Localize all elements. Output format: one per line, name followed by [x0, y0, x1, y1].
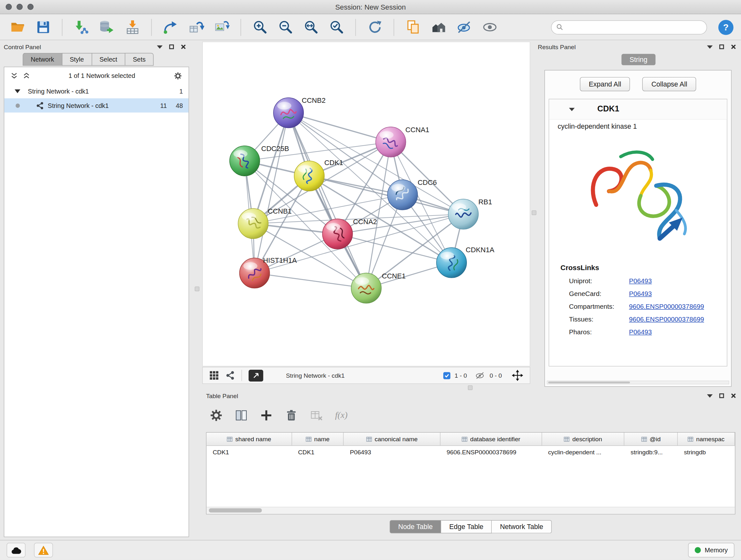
zoom-selected-button[interactable] [327, 17, 346, 37]
tree-expander-icon[interactable] [15, 89, 20, 93]
column-header-name[interactable]: name [292, 433, 344, 445]
network-collection-row[interactable]: String Network - cdk1 1 [4, 84, 189, 98]
panel-close-icon[interactable] [181, 44, 186, 50]
selection-checkbox[interactable] [443, 372, 450, 379]
crosslink-link[interactable]: P06493 [629, 277, 652, 285]
results-horizontal-scrollbar[interactable] [547, 381, 729, 384]
network-edge[interactable] [253, 113, 288, 224]
warnings-button[interactable] [34, 543, 53, 557]
network-row[interactable]: String Network - cdk1 11 48 [4, 98, 189, 112]
collapse-all-icon[interactable] [11, 72, 17, 79]
zoom-out-icon [278, 19, 293, 35]
tab-string[interactable]: String [621, 54, 655, 65]
pan-crosshair-icon[interactable] [512, 370, 523, 381]
show-graphics-details-button[interactable] [480, 17, 499, 37]
scrollbar-thumb[interactable] [209, 508, 262, 512]
export-network-button[interactable] [186, 17, 206, 37]
window-close-button[interactable] [6, 4, 12, 10]
table-options-button[interactable] [210, 409, 223, 422]
tab-edge-table[interactable]: Edge Table [441, 520, 492, 533]
network-edge[interactable] [255, 113, 288, 273]
import-table-from-file-button[interactable] [123, 17, 142, 37]
network-node-ccnb2[interactable]: CCNB2 [273, 97, 326, 128]
tab-style[interactable]: Style [62, 53, 91, 66]
panel-close-icon[interactable] [731, 393, 736, 399]
splitter-handle[interactable] [532, 210, 536, 215]
import-network-from-file-button[interactable] [71, 17, 91, 37]
export-image-button[interactable] [212, 17, 231, 37]
open-session-button[interactable] [8, 17, 27, 37]
memory-button[interactable]: Memory [688, 543, 735, 557]
function-builder-button[interactable]: f(x) [335, 410, 347, 421]
window-minimize-button[interactable] [17, 4, 23, 10]
window-zoom-button[interactable] [27, 4, 33, 10]
network-node-cdkn1a[interactable]: CDKN1A [436, 246, 495, 278]
column-header-database-identifier[interactable]: database identifier [441, 433, 542, 445]
panel-menu-icon[interactable] [707, 394, 713, 397]
expand-all-button[interactable]: Expand All [580, 77, 630, 91]
gear-icon[interactable] [174, 71, 182, 79]
column-header-canonical-name[interactable]: canonical name [344, 433, 441, 445]
gene-card-header[interactable]: CDK1 [549, 99, 727, 120]
search-field[interactable] [551, 20, 707, 34]
delete-column-button[interactable] [285, 409, 298, 422]
panel-float-icon[interactable] [719, 44, 724, 49]
tab-node-table[interactable]: Node Table [390, 520, 441, 533]
network-node-ccnb1[interactable]: CCNB1 [238, 207, 292, 239]
collapse-section-icon[interactable] [569, 108, 575, 111]
tab-select[interactable]: Select [91, 53, 125, 66]
network-node-ccne1[interactable]: CCNE1 [351, 272, 406, 303]
grid-view-icon[interactable] [209, 371, 219, 380]
show-columns-button[interactable] [235, 409, 248, 422]
delete-table-button[interactable] [310, 409, 323, 422]
tab-sets[interactable]: Sets [125, 53, 153, 66]
panel-menu-icon[interactable] [707, 45, 713, 48]
network-edge[interactable] [288, 113, 366, 288]
column-header-namespace[interactable]: namespac [678, 433, 735, 445]
home-button[interactable] [428, 17, 448, 37]
crosslink-link[interactable]: 9606.ENSP00000378699 [629, 302, 704, 310]
network-edge[interactable] [255, 273, 366, 288]
network-node-hist1h1a[interactable]: HIST1H1A [239, 256, 297, 288]
apply-layout-button[interactable] [365, 17, 385, 37]
panel-menu-icon[interactable] [157, 45, 163, 48]
table-horizontal-scrollbar[interactable] [206, 507, 735, 514]
crosslink-link[interactable]: P06493 [629, 328, 652, 335]
merge-networks-button[interactable] [161, 17, 181, 37]
create-column-button[interactable] [260, 409, 273, 422]
import-network-from-database-button[interactable] [97, 17, 117, 37]
panel-float-icon[interactable] [719, 393, 724, 398]
save-session-button[interactable] [33, 17, 53, 37]
column-header-shared-name[interactable]: shared name [206, 433, 292, 445]
zoom-out-button[interactable] [275, 17, 295, 37]
help-button[interactable]: ? [718, 19, 733, 35]
collapse-all-button[interactable]: Collapse All [643, 77, 696, 91]
birds-eye-view-button[interactable] [249, 369, 263, 381]
hide-graphics-details-button[interactable] [454, 17, 474, 37]
tab-network[interactable]: Network [23, 53, 62, 66]
panel-float-icon[interactable] [169, 44, 174, 49]
column-header-id[interactable]: @id [624, 433, 678, 445]
column-header-description[interactable]: description [542, 433, 624, 445]
duplicate-page-button[interactable] [403, 17, 423, 37]
crosslink-link[interactable]: 9606.ENSP00000378699 [629, 315, 704, 323]
table-row[interactable]: CDK1 CDK1 P06493 9606.ENSP00000378699 cy… [206, 446, 735, 458]
search-input[interactable] [567, 23, 702, 31]
splitter-handle[interactable] [195, 287, 199, 291]
network-share-icon[interactable] [225, 371, 235, 380]
network-node-rb1[interactable]: RB1 [448, 198, 492, 229]
zoom-in-button[interactable] [250, 17, 270, 37]
tab-network-table[interactable]: Network Table [492, 520, 551, 533]
network-node-ccna2[interactable]: CCNA2 [322, 218, 377, 249]
network-edge[interactable] [288, 113, 391, 142]
expand-all-icon[interactable] [23, 72, 30, 79]
zoom-fit-button[interactable] [301, 17, 321, 37]
panel-close-icon[interactable] [731, 44, 736, 50]
crosslink-link[interactable]: P06493 [629, 290, 652, 297]
network-node-cdc25b[interactable]: CDC25B [229, 145, 289, 176]
network-node-ccna1[interactable]: CCNA1 [376, 126, 429, 157]
column-icon [462, 436, 468, 442]
network-canvas[interactable]: CCNB2CCNA1CDC25BCDK1CDC6RB1CCNB1CCNA2CDK… [203, 42, 530, 366]
splitter-handle[interactable] [468, 385, 473, 390]
cloud-status-button[interactable] [7, 543, 25, 557]
